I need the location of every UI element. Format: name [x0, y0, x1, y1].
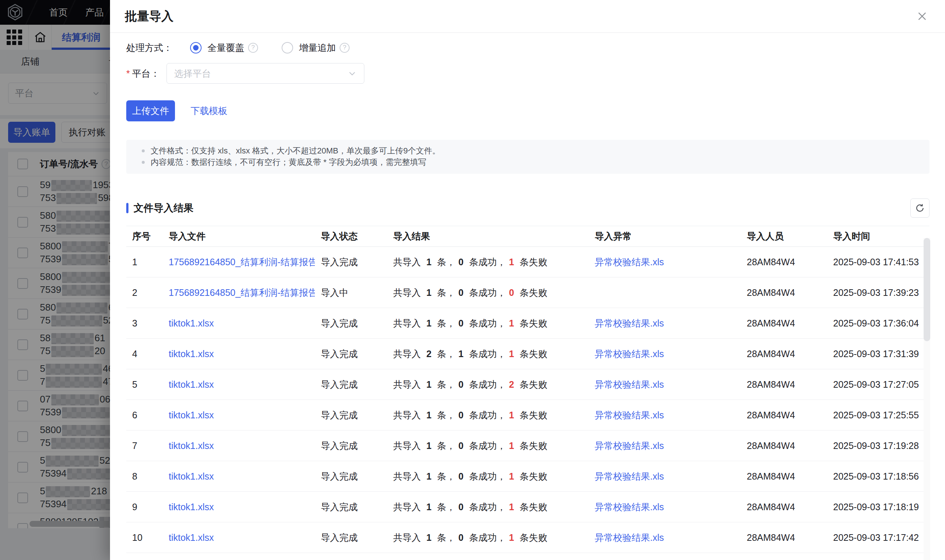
cell-operator: 28AM84W4	[741, 532, 827, 543]
cell-file: tiktok1.xlsx	[163, 471, 315, 482]
file-link[interactable]: tiktok1.xlsx	[169, 379, 214, 389]
total-count: 1	[426, 440, 432, 451]
cell-no: 3	[126, 318, 163, 329]
cell-time: 2025-09-03 17:31:39	[827, 349, 930, 359]
success-count: 0	[458, 318, 464, 328]
close-button[interactable]	[914, 8, 930, 25]
cell-result: 共导入 1 条，0 条成功，2 条失败	[387, 378, 589, 391]
exception-file-link[interactable]: 异常校验结果.xls	[595, 471, 664, 482]
exception-file-link[interactable]: 异常校验结果.xls	[595, 410, 664, 420]
cell-time: 2025-09-03 17:36:04	[827, 318, 930, 329]
table-scrollbar-thumb[interactable]	[923, 238, 930, 341]
cell-result: 共导入 1 条，0 条成功，1 条失败	[387, 470, 589, 483]
success-count: 0	[458, 471, 464, 482]
cell-result: 共导入 1 条，0 条成功，1 条失败	[387, 256, 589, 268]
cell-operator: 28AM84W4	[741, 440, 827, 451]
process-mode-label: 处理方式：	[126, 42, 173, 54]
cell-operator: 28AM84W4	[741, 410, 827, 420]
file-link[interactable]: tiktok1.xlsx	[169, 410, 214, 420]
total-count: 1	[426, 532, 432, 543]
cell-file: tiktok1.xlsx	[163, 410, 315, 420]
platform-row: * 平台： 选择平台	[126, 63, 364, 84]
cell-file: 1756892164850_结算利润-结算报告-...	[163, 256, 315, 268]
cell-time: 2025-09-03 17:19:28	[827, 440, 930, 451]
cell-status: 导入完成	[315, 470, 387, 483]
file-link[interactable]: tiktok1.xlsx	[169, 318, 214, 328]
platform-select-placeholder: 选择平台	[174, 68, 211, 80]
cell-no: 2	[126, 288, 163, 298]
cell-file: tiktok1.xlsx	[163, 379, 315, 390]
file-link[interactable]: 1756892164850_结算利润-结算报告-...	[169, 288, 315, 298]
cell-no: 6	[126, 410, 163, 420]
exception-file-link[interactable]: 异常校验结果.xls	[595, 440, 664, 451]
tip-content-rule: 内容规范：数据行连续，不可有空行；黄底及带 * 字段为必填项，需完整填写	[142, 157, 930, 168]
upload-row: 上传文件 下载模板	[126, 100, 227, 122]
cell-time: 2025-09-03 17:41:53	[827, 257, 930, 268]
cell-result: 共导入 1 条，0 条成功，1 条失败	[387, 501, 589, 513]
close-icon	[916, 10, 928, 22]
drawer-header: 批量导入	[110, 0, 945, 33]
file-link[interactable]: tiktok1.xlsx	[169, 502, 214, 512]
col-time: 导入时间	[827, 230, 930, 242]
radio-full-overwrite-label[interactable]: 全量覆盖	[207, 42, 244, 54]
total-count: 1	[426, 502, 432, 512]
file-link[interactable]: tiktok1.xlsx	[169, 532, 214, 543]
cell-result: 共导入 1 条，0 条成功，0 条失败	[387, 287, 589, 299]
fail-count: 1	[509, 349, 514, 359]
total-count: 1	[426, 318, 432, 328]
radio-incremental-append[interactable]	[282, 42, 293, 54]
platform-label: 平台：	[132, 68, 160, 80]
file-link[interactable]: tiktok1.xlsx	[169, 471, 214, 482]
bullet-dot	[142, 149, 145, 152]
cell-status: 导入完成	[315, 501, 387, 513]
exception-file-link[interactable]: 异常校验结果.xls	[595, 257, 664, 267]
table-header-row: 序号 导入文件 导入状态 导入结果 导入异常 导入人员 导入时间	[126, 226, 930, 247]
exception-file-link[interactable]: 异常校验结果.xls	[595, 502, 664, 512]
fail-count: 1	[509, 440, 514, 451]
platform-select[interactable]: 选择平台	[166, 63, 364, 84]
file-link[interactable]: 1756892164850_结算利润-结算报告-...	[169, 257, 315, 267]
cell-file: 1756892164850_结算利润-结算报告-...	[163, 287, 315, 299]
exception-file-link[interactable]: 异常校验结果.xls	[595, 532, 664, 543]
total-count: 1	[426, 379, 432, 389]
cell-no: 4	[126, 349, 163, 359]
cell-operator: 28AM84W4	[741, 471, 827, 482]
tip-file-format: 文件格式：仅支持 xls、xlsx 格式，大小不超过20MB，单次最多可上传9个…	[142, 145, 930, 157]
section-title: 文件导入结果	[134, 202, 193, 215]
cell-file: tiktok1.xlsx	[163, 532, 315, 543]
radio-full-overwrite[interactable]	[190, 42, 202, 54]
cell-status: 导入完成	[315, 256, 387, 268]
exception-file-link[interactable]: 异常校验结果.xls	[595, 379, 664, 389]
cell-no: 5	[126, 379, 163, 390]
refresh-button[interactable]	[910, 198, 930, 218]
cell-status: 导入中	[315, 287, 387, 299]
import-result-section-header: 文件导入结果	[126, 198, 930, 218]
help-icon[interactable]: ?	[248, 43, 258, 53]
col-exception: 导入异常	[589, 230, 741, 242]
file-link[interactable]: tiktok1.xlsx	[169, 349, 214, 359]
total-count: 1	[426, 410, 432, 420]
cell-no: 9	[126, 502, 163, 512]
batch-import-drawer: 批量导入 处理方式： 全量覆盖 ? 增量追加 ? * 平台： 选择平台 上传文件…	[110, 0, 945, 560]
cell-time: 2025-09-03 17:18:19	[827, 502, 930, 512]
required-asterisk: *	[126, 68, 130, 79]
exception-file-link[interactable]: 异常校验结果.xls	[595, 318, 664, 328]
table-row: 3tiktok1.xlsx导入完成共导入 1 条，0 条成功，1 条失败异常校验…	[126, 308, 930, 338]
col-file: 导入文件	[163, 230, 315, 242]
cell-time: 2025-09-03 17:17:42	[827, 532, 930, 543]
table-scrollbar-track[interactable]	[923, 238, 930, 560]
help-icon[interactable]: ?	[340, 43, 350, 53]
total-count: 2	[426, 349, 432, 359]
table-row: 9tiktok1.xlsx导入完成共导入 1 条，0 条成功，1 条失败异常校验…	[126, 492, 930, 522]
exception-file-link[interactable]: 异常校验结果.xls	[595, 349, 664, 359]
chevron-down-icon	[348, 69, 356, 78]
file-link[interactable]: tiktok1.xlsx	[169, 440, 214, 451]
radio-incremental-append-label[interactable]: 增量追加	[299, 42, 336, 54]
success-count: 0	[458, 410, 464, 420]
table-row: 4tiktok1.xlsx导入完成共导入 2 条，1 条成功，1 条失败异常校验…	[126, 338, 930, 369]
cell-file: tiktok1.xlsx	[163, 440, 315, 451]
total-count: 1	[426, 471, 432, 482]
download-template-link[interactable]: 下载模板	[191, 105, 227, 117]
fail-count: 2	[509, 379, 514, 389]
upload-file-button[interactable]: 上传文件	[126, 100, 175, 122]
